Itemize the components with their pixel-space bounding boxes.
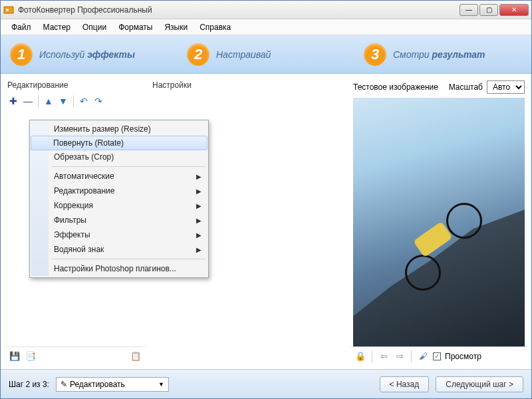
- preview-image[interactable]: [353, 98, 525, 346]
- menu-separator: [51, 259, 205, 259]
- step-indicator: Шаг 2 из 3:: [9, 380, 49, 389]
- menu-item[interactable]: Коррекция▶: [31, 198, 207, 213]
- submenu-arrow-icon: ▶: [196, 202, 201, 209]
- minimize-button[interactable]: —: [460, 4, 478, 16]
- submenu-arrow-icon: ▶: [196, 246, 201, 253]
- menu-item[interactable]: Эффекты▶: [31, 227, 207, 242]
- move-up-icon[interactable]: ▲: [43, 95, 55, 107]
- settings-panel-title: Настройки: [150, 78, 346, 94]
- move-down-icon[interactable]: ▼: [57, 95, 69, 107]
- window-title: ФотоКонвертер Профессиональный: [18, 5, 460, 15]
- zoom-label: Масштаб: [449, 82, 483, 92]
- preview-checkbox-label[interactable]: Просмотр: [445, 352, 481, 361]
- banner-step-3: 3 Смотри результат: [354, 35, 531, 73]
- menu-help[interactable]: Справка: [194, 21, 236, 34]
- submenu-arrow-icon: ▶: [196, 188, 201, 195]
- load-preset-icon[interactable]: 📑: [25, 350, 37, 362]
- refresh-preview-icon[interactable]: 🖌: [417, 350, 429, 362]
- menu-options[interactable]: Опции: [77, 21, 112, 34]
- submenu-arrow-icon: ▶: [196, 173, 201, 180]
- preview-cyclist: [393, 200, 486, 293]
- close-button[interactable]: ✕: [499, 4, 529, 16]
- prev-image-icon[interactable]: ⇦: [378, 350, 390, 362]
- back-button[interactable]: < Назад: [380, 376, 430, 392]
- step-number-2: 2: [187, 43, 209, 66]
- next-image-icon[interactable]: ⇨: [394, 350, 406, 362]
- footer: Шаг 2 из 3: ✎ Редактировать ▼ < Назад Сл…: [1, 369, 531, 398]
- step-number-3: 3: [364, 43, 386, 66]
- menu-item[interactable]: Обрезать (Crop): [31, 150, 207, 164]
- menu-item[interactable]: Редактирование▶: [31, 184, 207, 198]
- preview-panel-title: Тестовое изображение: [353, 82, 438, 92]
- menu-item[interactable]: Водяной знак▶: [31, 242, 207, 257]
- edit-panel-title: Редактирование: [5, 78, 146, 94]
- zoom-select[interactable]: Авто: [487, 80, 525, 94]
- pencil-icon: ✎: [61, 380, 67, 389]
- step-combo[interactable]: ✎ Редактировать ▼: [56, 377, 169, 392]
- svg-point-1: [6, 9, 9, 11]
- app-icon: [3, 5, 14, 15]
- add-effect-context-menu: Изменить размер (Resize)Повернуть (Rotat…: [29, 120, 209, 278]
- menu-item[interactable]: Настройки Photoshop плагинов...: [31, 261, 207, 276]
- menu-separator: [51, 166, 205, 167]
- edit-toolbar: ✚ — ▲ ▼ ↶ ↷: [5, 94, 146, 111]
- submenu-arrow-icon: ▶: [196, 231, 201, 239]
- maximize-button[interactable]: ▢: [479, 4, 498, 16]
- titlebar[interactable]: ФотоКонвертер Профессиональный — ▢ ✕: [1, 1, 531, 19]
- banner-step-1: 1 Используй эффекты: [1, 35, 178, 73]
- undo-icon[interactable]: ↶: [78, 95, 90, 107]
- preview-controls: 🔒 ⇦ ⇨ 🖌 ✓ Просмотр: [350, 346, 527, 365]
- step-number-1: 1: [10, 43, 33, 66]
- menu-file[interactable]: Файл: [6, 21, 37, 34]
- step-label-2: Настраивай: [216, 49, 271, 60]
- edit-panel-footer: 💾 📑 📋: [5, 346, 146, 365]
- menu-item[interactable]: Фильтры▶: [31, 213, 207, 227]
- preview-checkbox[interactable]: ✓: [433, 352, 441, 360]
- step-label-3: Смотри результат: [393, 49, 485, 60]
- preview-panel: Тестовое изображение Масштаб Авто 🔒 ⇦ ⇨ …: [350, 78, 527, 365]
- script-icon[interactable]: 📋: [130, 350, 142, 362]
- banner-step-2: 2 Настраивай: [178, 35, 354, 73]
- menubar: Файл Мастер Опции Форматы Языки Справка: [1, 19, 531, 35]
- menu-master[interactable]: Мастер: [38, 21, 76, 34]
- toolbar-divider: [73, 95, 74, 107]
- toolbar-divider: [38, 95, 39, 107]
- menu-languages[interactable]: Языки: [159, 21, 193, 34]
- lock-icon[interactable]: 🔒: [354, 350, 366, 362]
- add-effect-icon[interactable]: ✚: [7, 95, 19, 107]
- preview-title-row: Тестовое изображение Масштаб Авто: [350, 78, 527, 98]
- chevron-down-icon: ▼: [158, 381, 164, 388]
- step-combo-value: Редактировать: [70, 380, 125, 389]
- menu-formats[interactable]: Форматы: [113, 21, 158, 34]
- next-button[interactable]: Следующий шаг >: [436, 376, 523, 392]
- menu-item[interactable]: Изменить размер (Resize): [31, 122, 207, 136]
- submenu-arrow-icon: ▶: [196, 217, 201, 224]
- save-preset-icon[interactable]: 💾: [9, 350, 21, 362]
- remove-effect-icon[interactable]: —: [22, 95, 34, 107]
- window-controls: — ▢ ✕: [460, 4, 529, 16]
- menu-item[interactable]: Повернуть (Rotate): [31, 136, 207, 150]
- menu-item[interactable]: Автоматические▶: [31, 169, 207, 184]
- step-label-1: Используй эффекты: [39, 49, 135, 60]
- wizard-banner: 1 Используй эффекты 2 Настраивай 3 Смотр…: [1, 35, 531, 74]
- redo-icon[interactable]: ↷: [92, 95, 104, 107]
